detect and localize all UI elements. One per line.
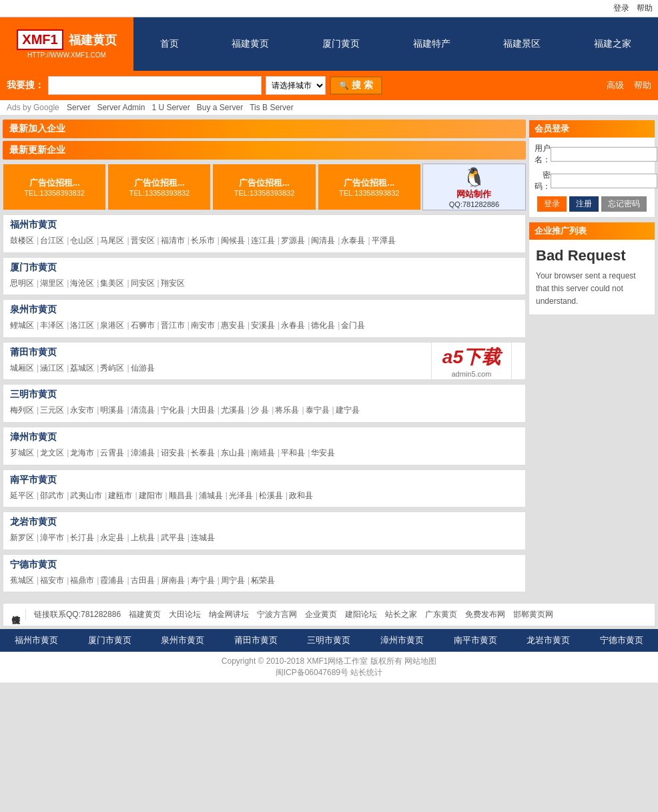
district-link[interactable]: 石狮市 xyxy=(131,321,155,330)
district-link[interactable]: 泰宁县 xyxy=(306,405,330,415)
friend-link[interactable]: 站长之家 xyxy=(385,609,417,620)
adbar-link[interactable]: Server xyxy=(67,103,90,112)
district-link[interactable]: 台江区 xyxy=(40,236,64,245)
district-link[interactable]: 湖里区 xyxy=(40,278,64,288)
district-link[interactable]: 泉港区 xyxy=(100,321,124,330)
district-link[interactable]: 集美区 xyxy=(100,278,124,288)
friend-link[interactable]: 纳金网讲坛 xyxy=(209,609,249,620)
district-link[interactable]: 将乐县 xyxy=(275,405,299,415)
city-title-link-2[interactable]: 泉州市黄页 xyxy=(10,304,57,315)
friend-link[interactable]: 福建黄页 xyxy=(129,609,161,620)
district-link[interactable]: 建瓯市 xyxy=(108,491,132,500)
nav-item-福建黄页[interactable]: 福建黄页 xyxy=(221,33,280,55)
district-link[interactable]: 连城县 xyxy=(191,533,215,542)
nav-item-厦门黄页[interactable]: 厦门黄页 xyxy=(312,33,370,55)
banner-item-3[interactable]: 广告位招租...TEL:13358393832 xyxy=(318,164,421,210)
banner-item-2[interactable]: 广告位招租...TEL:13358393832 xyxy=(212,164,316,210)
city-title-link-4[interactable]: 三明市黄页 xyxy=(10,389,57,399)
district-link[interactable]: 晋江市 xyxy=(161,321,185,330)
district-link[interactable]: 梅列区 xyxy=(10,405,34,415)
district-link[interactable]: 城厢区 xyxy=(10,363,34,373)
district-link[interactable]: 龙海市 xyxy=(70,448,94,457)
district-link[interactable]: 鲤城区 xyxy=(10,321,34,330)
district-link[interactable]: 东山县 xyxy=(221,448,245,457)
city-title-link-3[interactable]: 莆田市黄页 xyxy=(10,347,57,357)
district-link[interactable]: 柘荣县 xyxy=(251,576,275,585)
district-link[interactable]: 建阳市 xyxy=(139,491,163,500)
banner-item-4[interactable]: 🐧网站制作QQ:781282886 xyxy=(422,164,526,210)
district-link[interactable]: 蕉城区 xyxy=(10,576,34,585)
city-title-link-0[interactable]: 福州市黄页 xyxy=(10,219,57,230)
district-link[interactable]: 福安市 xyxy=(40,576,64,585)
district-link[interactable]: 浦城县 xyxy=(199,491,223,500)
district-link[interactable]: 大田县 xyxy=(191,405,215,415)
district-link[interactable]: 仓山区 xyxy=(70,236,94,245)
district-link[interactable]: 长汀县 xyxy=(70,533,94,542)
footer-contact-link[interactable]: 链接联系QQ:781282886 xyxy=(34,609,121,620)
district-link[interactable]: 沙 县 xyxy=(251,405,269,415)
district-link[interactable]: 武夷山市 xyxy=(70,491,102,500)
friend-link[interactable]: 宁波方言网 xyxy=(257,609,297,620)
district-link[interactable]: 闽清县 xyxy=(311,236,335,245)
district-link[interactable]: 漳平市 xyxy=(40,533,64,542)
district-link[interactable]: 洛江区 xyxy=(70,321,94,330)
district-link[interactable]: 古田县 xyxy=(131,576,155,585)
city-title-link-8[interactable]: 宁德市黄页 xyxy=(10,559,57,570)
district-link[interactable]: 金门县 xyxy=(341,321,365,330)
district-link[interactable]: 思明区 xyxy=(10,278,34,288)
district-link[interactable]: 永定县 xyxy=(100,533,124,542)
district-link[interactable]: 永春县 xyxy=(281,321,305,330)
district-link[interactable]: 尤溪县 xyxy=(221,405,245,415)
district-link[interactable]: 晋安区 xyxy=(131,236,155,245)
district-link[interactable]: 邵武市 xyxy=(40,491,64,500)
district-link[interactable]: 仙游县 xyxy=(131,363,155,373)
district-link[interactable]: 福鼎市 xyxy=(70,576,94,585)
friend-link[interactable]: 建阳论坛 xyxy=(345,609,377,620)
district-link[interactable]: 涵江区 xyxy=(40,363,64,373)
district-link[interactable]: 华安县 xyxy=(311,448,335,457)
district-link[interactable]: 建宁县 xyxy=(336,405,360,415)
bottom-nav-link[interactable]: 泉州市黄页 xyxy=(161,634,204,646)
district-link[interactable]: 松溪县 xyxy=(259,491,283,500)
city-title-link-7[interactable]: 龙岩市黄页 xyxy=(10,516,57,527)
district-link[interactable]: 丰泽区 xyxy=(40,321,64,330)
forgot-password-button[interactable]: 忘记密码 xyxy=(601,196,647,212)
banner-item-1[interactable]: 广告位招租...TEL:13358393832 xyxy=(107,164,211,210)
advanced-search-link[interactable]: 高级 xyxy=(607,80,624,90)
district-link[interactable]: 长乐市 xyxy=(191,236,215,245)
district-link[interactable]: 德化县 xyxy=(311,321,335,330)
district-link[interactable]: 上杭县 xyxy=(131,533,155,542)
friend-link[interactable]: 企业黄页 xyxy=(305,609,337,620)
district-link[interactable]: 荔城区 xyxy=(70,363,94,373)
district-link[interactable]: 政和县 xyxy=(289,491,313,500)
district-link[interactable]: 屏南县 xyxy=(161,576,185,585)
search-input[interactable] xyxy=(48,76,262,95)
nav-item-首页[interactable]: 首页 xyxy=(149,33,190,55)
bottom-nav-link[interactable]: 宁德市黄页 xyxy=(600,634,643,646)
district-link[interactable]: 明溪县 xyxy=(100,405,124,415)
district-link[interactable]: 平潭县 xyxy=(372,236,396,245)
district-link[interactable]: 安溪县 xyxy=(251,321,275,330)
district-link[interactable]: 周宁县 xyxy=(221,576,245,585)
adbar-link[interactable]: Server Admin xyxy=(97,103,145,112)
district-link[interactable]: 马尾区 xyxy=(100,236,124,245)
search-help-link[interactable]: 帮助 xyxy=(634,80,651,90)
city-title-link-6[interactable]: 南平市黄页 xyxy=(10,474,57,485)
district-link[interactable]: 闽候县 xyxy=(221,236,245,245)
friend-link[interactable]: 大田论坛 xyxy=(169,609,201,620)
password-input[interactable] xyxy=(551,174,657,188)
district-link[interactable]: 光泽县 xyxy=(229,491,253,500)
bottom-nav-link[interactable]: 龙岩市黄页 xyxy=(527,634,570,646)
topbar-login-link[interactable]: 登录 xyxy=(613,3,629,13)
bottom-nav-link[interactable]: 三明市黄页 xyxy=(307,634,350,646)
district-link[interactable]: 霞浦县 xyxy=(100,576,124,585)
friend-link[interactable]: 免费发布网 xyxy=(465,609,505,620)
register-button[interactable]: 注册 xyxy=(569,196,599,212)
friend-link[interactable]: 邯郸黄页网 xyxy=(513,609,553,620)
district-link[interactable]: 秀屿区 xyxy=(100,363,124,373)
banner-item-0[interactable]: 广告位招租...TEL:13358393832 xyxy=(3,164,106,210)
district-link[interactable]: 顺昌县 xyxy=(169,491,193,500)
district-link[interactable]: 同安区 xyxy=(131,278,155,288)
district-link[interactable]: 龙文区 xyxy=(40,448,64,457)
nav-item-福建景区[interactable]: 福建景区 xyxy=(492,33,551,55)
